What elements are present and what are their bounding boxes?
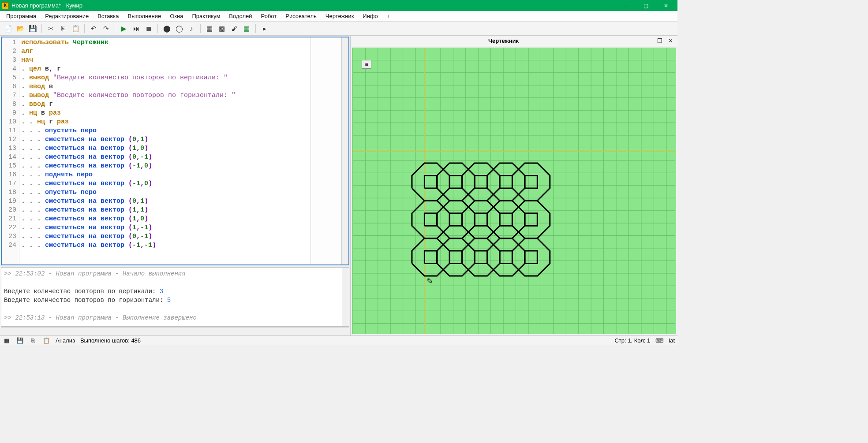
toolbar: 📄📂💾✂⎘📋↶↷▶⏭◼⬤◯♪▦▩🖌▦▸ xyxy=(0,22,677,36)
drawer-column: Чертежник ❐ ✕ ≡ ✎ xyxy=(351,36,677,335)
console-horizontal-scrollbar[interactable] xyxy=(1,328,349,335)
menu-чертежник[interactable]: Чертежник xyxy=(321,11,359,21)
menu-робот[interactable]: Робот xyxy=(257,11,281,21)
menu-add[interactable]: + xyxy=(382,11,395,21)
run-icon[interactable]: ▶ xyxy=(119,23,129,34)
drawer-restore-icon[interactable]: ❐ xyxy=(655,37,664,45)
dot1-icon[interactable]: ⬤ xyxy=(161,23,172,34)
drawer-header: Чертежник ❐ ✕ xyxy=(351,36,677,46)
paste-icon[interactable]: 📋 xyxy=(70,23,81,34)
svg-text:✎: ✎ xyxy=(427,276,433,286)
minimize-button[interactable]: — xyxy=(616,0,636,11)
drawer-title: Чертежник xyxy=(353,37,654,44)
menu-водолей[interactable]: Водолей xyxy=(224,11,256,21)
redo-icon[interactable]: ↷ xyxy=(101,23,111,34)
menu-инфо[interactable]: Инфо xyxy=(358,11,382,21)
console-panel: >> 22:53:02 - Новая программа - Начало в… xyxy=(1,267,349,327)
close-button[interactable]: ✕ xyxy=(656,0,676,11)
drawing-canvas[interactable]: ≡ ✎ xyxy=(352,48,676,334)
console-output[interactable]: >> 22:53:02 - Новая программа - Начало в… xyxy=(1,268,342,326)
brush-icon[interactable]: 🖌 xyxy=(229,23,239,34)
menu-практикум[interactable]: Практикум xyxy=(187,11,224,21)
code-editor[interactable]: 123456789101112131415161718192021222324 … xyxy=(1,37,349,265)
copy-icon[interactable]: ⎘ xyxy=(58,23,68,34)
maximize-button[interactable]: ▢ xyxy=(636,0,656,11)
open-icon[interactable]: 📂 xyxy=(15,23,26,34)
title-bar: К Новая программа* - Кумир — ▢ ✕ xyxy=(0,0,677,11)
drawer-close-icon[interactable]: ✕ xyxy=(666,37,675,45)
editor-column: 123456789101112131415161718192021222324 … xyxy=(0,36,351,335)
dot2-icon[interactable]: ◯ xyxy=(174,23,184,34)
canvas-menu-icon[interactable]: ≡ xyxy=(362,60,371,69)
menu-вставка[interactable]: Вставка xyxy=(93,11,123,21)
status-lang[interactable]: lat xyxy=(669,337,675,344)
grid-green-icon[interactable]: ▦ xyxy=(241,23,252,34)
status-steps: Выполнено шагов: 486 xyxy=(80,337,141,344)
new-icon[interactable]: 📄 xyxy=(3,23,13,34)
status-icon-1[interactable]: ▦ xyxy=(3,337,11,344)
status-analysis[interactable]: Анализ xyxy=(56,337,75,344)
workspace: 123456789101112131415161718192021222324 … xyxy=(0,36,677,335)
line-gutter: 123456789101112131415161718192021222324 xyxy=(2,37,19,264)
status-copy-icon[interactable]: ⎘ xyxy=(29,337,37,344)
menu-редактирование[interactable]: Редактирование xyxy=(41,11,93,21)
menu-окна[interactable]: Окна xyxy=(165,11,187,21)
status-keyboard-icon[interactable]: ⌨ xyxy=(655,337,663,344)
console-vertical-scrollbar[interactable] xyxy=(342,268,349,326)
status-save-icon[interactable]: 💾 xyxy=(16,337,24,344)
window-title: Новая программа* - Кумир xyxy=(11,2,616,9)
grid-num-icon[interactable]: ▦ xyxy=(204,23,215,34)
menu-выполнение[interactable]: Выполнение xyxy=(123,11,165,21)
menu-рисователь[interactable]: Рисователь xyxy=(281,11,321,21)
undo-icon[interactable]: ↶ xyxy=(88,23,99,34)
save-icon[interactable]: 💾 xyxy=(27,23,38,34)
grid-dark-icon[interactable]: ▩ xyxy=(217,23,227,34)
menu-bar: ПрограммаРедактированиеВставкаВыполнение… xyxy=(0,11,677,22)
status-cursor-pos: Стр: 1, Кол: 1 xyxy=(614,337,650,344)
arrow-icon[interactable]: ▸ xyxy=(259,23,270,34)
menu-программа[interactable]: Программа xyxy=(2,11,41,21)
editor-vertical-scrollbar[interactable] xyxy=(341,37,348,264)
cut-icon[interactable]: ✂ xyxy=(45,23,56,34)
status-bar: ▦ 💾 ⎘ 📋 Анализ Выполнено шагов: 486 Стр:… xyxy=(0,335,677,345)
status-paste-icon[interactable]: 📋 xyxy=(42,337,50,344)
stop-icon[interactable]: ◼ xyxy=(143,23,154,34)
code-area[interactable]: использовать Чертежникалгнач. цел в, г. … xyxy=(19,37,311,264)
canvas-svg: ✎ xyxy=(352,48,676,334)
editor-margin xyxy=(311,37,341,264)
dot3-icon[interactable]: ♪ xyxy=(186,23,197,34)
step-icon[interactable]: ⏭ xyxy=(131,23,142,34)
app-icon: К xyxy=(2,2,9,9)
